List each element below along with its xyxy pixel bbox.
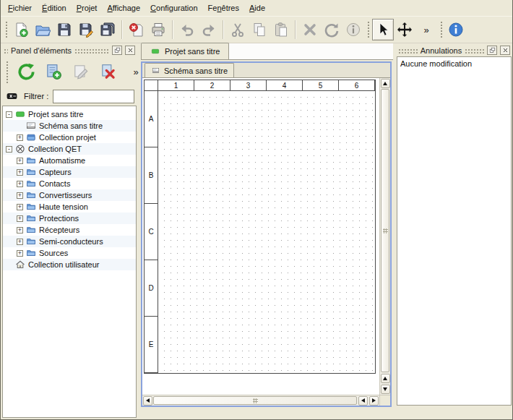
edit-element-button[interactable] — [70, 60, 92, 83]
tab-project[interactable]: Projet sans titre — [141, 43, 229, 59]
new-document-button[interactable] — [10, 19, 32, 40]
horizontal-scroll-thumb[interactable] — [153, 396, 357, 405]
toolbar-overflow-button[interactable]: » — [415, 19, 437, 40]
tree-item-label: Automatisme — [39, 156, 85, 165]
tree-item-collection-projet[interactable]: +Collection projet — [3, 132, 136, 143]
toolbar-grip[interactable] — [5, 60, 9, 83]
sheet-column-headers: 123456 — [158, 80, 375, 91]
menu-aide[interactable]: Aide — [244, 1, 270, 15]
folder-icon — [26, 236, 36, 247]
elements-panel-title: Panel d'éléments — [11, 46, 72, 55]
tree-item-capteurs[interactable]: +Capteurs — [3, 166, 136, 178]
close-panel-button[interactable] — [500, 46, 510, 55]
clear-filter-icon[interactable] — [4, 90, 20, 102]
cut-button[interactable] — [227, 19, 249, 40]
close-panel-button[interactable] — [125, 46, 135, 55]
tree-item-label: Convertisseurs — [39, 191, 92, 200]
toolbar-grip[interactable] — [366, 20, 370, 39]
undo-history-list[interactable]: Aucune modification — [397, 56, 512, 406]
about-qet-button[interactable] — [445, 19, 467, 40]
print-button[interactable] — [147, 19, 169, 40]
save-document-icon — [56, 22, 72, 38]
close-document-button[interactable] — [126, 19, 147, 40]
scroll-right-button[interactable] — [369, 396, 379, 406]
diagram-canvas[interactable]: 123456 ABCDE — [142, 78, 379, 395]
project-icon — [150, 47, 160, 56]
save-document-as-icon — [78, 22, 94, 38]
folder-icon — [26, 202, 36, 212]
horizontal-scrollbar[interactable] — [142, 395, 379, 406]
tree-item-label: Récepteurs — [39, 226, 79, 234]
new-element-button[interactable] — [43, 60, 64, 83]
toolbar-grip[interactable] — [439, 20, 443, 39]
select-mode-button[interactable] — [372, 19, 394, 40]
tree-item-protections[interactable]: +Protections — [3, 213, 136, 224]
tree-expander[interactable]: + — [17, 192, 23, 199]
tree-item-sources[interactable]: +Sources — [3, 247, 136, 259]
tree-item-recepteurs[interactable]: +Récepteurs — [3, 224, 136, 236]
scroll-left-button[interactable] — [143, 396, 152, 406]
undo-button[interactable] — [176, 19, 198, 40]
tree-item-schema-sans-titre[interactable]: Schéma sans titre — [3, 120, 136, 132]
elements-panel-titlebar[interactable]: Panel d'éléments — [2, 44, 137, 56]
menu-fenetres[interactable]: Fenêtres — [203, 1, 244, 15]
tab-schema[interactable]: Schéma sans titre — [145, 63, 234, 77]
vertical-scroll-track[interactable] — [380, 89, 390, 373]
delete-button[interactable] — [299, 19, 321, 40]
tree-expander[interactable]: + — [17, 250, 23, 257]
menu-configuration[interactable]: Configuration — [145, 1, 202, 15]
tree-expander[interactable]: + — [17, 158, 23, 164]
undo-panel-titlebar[interactable]: Annulations — [397, 44, 512, 56]
menu-edition[interactable]: Édition — [37, 1, 72, 15]
save-all-documents-button[interactable] — [97, 19, 118, 40]
paste-icon — [273, 22, 289, 38]
save-document-as-button[interactable] — [75, 19, 97, 40]
tree-item-contacts[interactable]: +Contacts — [3, 178, 136, 189]
pan-mode-button[interactable] — [394, 19, 415, 40]
tree-item-automatisme[interactable]: +Automatisme — [3, 155, 136, 166]
toolbar-grip[interactable] — [4, 20, 8, 39]
save-document-button[interactable] — [53, 19, 75, 40]
menu-fichier[interactable]: Fichier — [3, 1, 37, 15]
rotate-button[interactable] — [321, 19, 342, 40]
workspace-area: Projet sans titre Schéma sans titre — [138, 43, 395, 419]
paste-button[interactable] — [270, 19, 292, 40]
scroll-left-button-right[interactable] — [358, 396, 368, 406]
tree-expander[interactable]: + — [17, 239, 23, 245]
main-content: Panel d'éléments » Filtrer : -Projet san… — [1, 43, 512, 419]
tree-item-collection-qet[interactable]: -Collection QET — [3, 143, 136, 155]
qet-icon — [15, 144, 25, 154]
tree-expander[interactable]: - — [6, 146, 12, 153]
tree-item-projet-sans-titre[interactable]: -Projet sans titre — [3, 108, 136, 120]
scroll-up-button[interactable] — [381, 79, 390, 88]
delete-element-button[interactable] — [98, 60, 119, 83]
tree-expander[interactable]: + — [17, 134, 23, 141]
menu-affichage[interactable]: Affichage — [102, 1, 145, 15]
reload-collections-button[interactable] — [15, 60, 37, 83]
sheet-column-header: 4 — [267, 80, 303, 91]
tree-item-convertisseurs[interactable]: +Convertisseurs — [3, 189, 136, 201]
tree-item-haute-tension[interactable]: +Haute tension — [3, 201, 136, 213]
diagram-grid[interactable] — [158, 91, 375, 373]
vertical-scrollbar[interactable] — [379, 78, 390, 395]
redo-button[interactable] — [198, 19, 220, 40]
float-panel-button[interactable] — [487, 46, 497, 55]
menu-projet[interactable]: Projet — [72, 1, 103, 15]
horizontal-scroll-track[interactable] — [153, 395, 358, 406]
float-panel-button[interactable] — [112, 46, 122, 55]
copy-button[interactable] — [249, 19, 270, 40]
tree-expander[interactable]: + — [17, 169, 23, 176]
tree-expander[interactable]: + — [17, 215, 23, 222]
tree-item-collection-utilisateur[interactable]: Collection utilisateur — [3, 259, 136, 270]
tree-expander[interactable]: + — [17, 227, 23, 233]
tree-item-semi-conducteurs[interactable]: +Semi-conducteurs — [3, 236, 136, 247]
tree-expander[interactable]: + — [17, 204, 23, 210]
filter-input[interactable] — [53, 90, 134, 103]
open-document-button[interactable] — [32, 19, 53, 40]
tree-expander[interactable]: + — [17, 181, 23, 187]
scroll-down-button[interactable] — [381, 385, 390, 394]
vertical-scroll-thumb[interactable] — [381, 89, 389, 372]
scroll-up-button-bottom[interactable] — [381, 374, 390, 383]
tree-expander[interactable]: - — [6, 111, 12, 118]
edit-info-button[interactable] — [342, 19, 364, 40]
